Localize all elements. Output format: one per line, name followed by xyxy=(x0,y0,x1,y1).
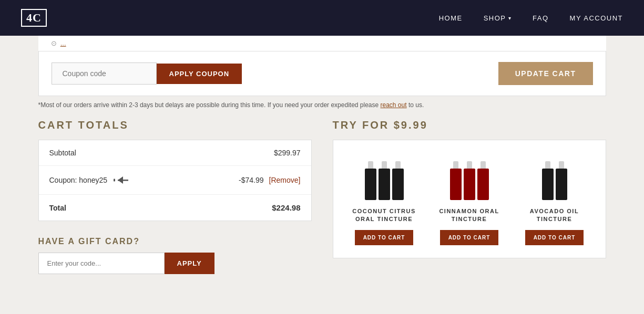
bottle-body xyxy=(392,169,404,200)
add-to-cart-coconut[interactable]: ADD TO CART xyxy=(355,230,414,245)
discount-amount: -$74.99 xyxy=(239,176,263,184)
bottle-body xyxy=(556,169,567,200)
subtotal-value: $299.97 xyxy=(274,149,301,157)
coupon-value-cell: -$74.99 [Remove] xyxy=(239,176,300,184)
nav-home[interactable]: HOME xyxy=(439,14,463,22)
bottle-3 xyxy=(477,161,489,200)
product-name-coconut: COCONUT CITRUS ORAL TINCTURE xyxy=(346,207,423,224)
total-label: Total xyxy=(49,204,272,212)
bottle-2 xyxy=(379,161,390,200)
gift-card-input-row: APPLY xyxy=(38,253,312,274)
update-cart-button[interactable]: UPDATE CART xyxy=(498,62,593,85)
bottle-cap xyxy=(467,161,472,169)
subtotal-label: Subtotal xyxy=(49,149,274,157)
nav-shop[interactable]: SHOP ▾ xyxy=(484,14,512,22)
two-column-layout: CART TOTALS Subtotal $299.97 Coupon: hon… xyxy=(38,119,606,274)
total-row: Total $224.98 xyxy=(39,195,311,221)
product-name-avocado: AVOCADO OIL TINCTURE xyxy=(516,207,593,224)
bottle-body xyxy=(450,169,462,200)
nav-faq[interactable]: FAQ xyxy=(533,14,549,22)
bottle-body xyxy=(464,169,475,200)
cart-totals-table: Subtotal $299.97 Coupon: honey25 xyxy=(38,140,312,221)
nav-links: HOME SHOP ▾ FAQ MY ACCOUNT xyxy=(439,14,623,22)
product-bottles-coconut xyxy=(346,153,423,200)
coupon-input[interactable] xyxy=(52,62,157,85)
add-to-cart-cinnamon[interactable]: ADD TO CART xyxy=(440,230,499,245)
svg-marker-1 xyxy=(118,176,123,184)
bottle-cap xyxy=(368,161,373,169)
coupon-label-cell: Coupon: honey25 xyxy=(49,174,239,186)
try-section-title: TRY FOR $9.99 xyxy=(333,119,606,131)
coupon-name: Coupon: honey25 xyxy=(49,176,108,184)
coupon-discount-row: Coupon: honey25 xyxy=(39,166,311,195)
add-to-cart-avocado[interactable]: ADD TO CART xyxy=(525,230,584,245)
bottle-body xyxy=(365,169,376,200)
cart-totals-title: CART TOTALS xyxy=(38,119,312,131)
svg-rect-2 xyxy=(114,179,115,182)
bottle-cap xyxy=(481,161,486,169)
product-card-avocado: AVOCADO OIL TINCTURE ADD TO CART xyxy=(516,153,593,245)
shipping-notice: *Most of our orders arrive within 2-3 da… xyxy=(38,96,606,119)
chevron-down-icon: ▾ xyxy=(508,15,512,21)
bottle-1 xyxy=(365,161,376,200)
bottle-2 xyxy=(464,161,475,200)
product-card-coconut: COCONUT CITRUS ORAL TINCTURE ADD TO CART xyxy=(346,153,423,245)
bottle-cap xyxy=(453,161,458,169)
right-column: TRY FOR $9.99 xyxy=(333,119,606,258)
coupon-left: APPLY COUPON xyxy=(52,62,242,85)
gift-card-input[interactable] xyxy=(38,253,165,274)
bottle-cap xyxy=(382,161,387,169)
product-bottles-cinnamon xyxy=(431,153,508,200)
bottle-3 xyxy=(392,161,404,200)
scroll-cut-area: ⊙ ... xyxy=(38,36,606,51)
top-link[interactable]: ... xyxy=(60,39,66,47)
bottle-2 xyxy=(556,161,567,200)
apply-coupon-button[interactable]: APPLY COUPON xyxy=(157,64,242,84)
bottle-1 xyxy=(450,161,462,200)
bottle-body xyxy=(542,169,554,200)
total-value: $224.98 xyxy=(272,203,300,212)
products-box: COCONUT CITRUS ORAL TINCTURE ADD TO CART xyxy=(333,140,606,258)
nav-my-account[interactable]: MY ACCOUNT xyxy=(570,14,623,22)
bottle-1 xyxy=(542,161,554,200)
logo[interactable]: 4C xyxy=(21,9,47,27)
gift-card-title: HAVE A GIFT CARD? xyxy=(38,237,312,246)
apply-gift-card-button[interactable]: APPLY xyxy=(165,253,214,274)
reach-out-link[interactable]: reach out xyxy=(381,101,407,109)
remove-coupon-link[interactable]: [Remove] xyxy=(269,176,301,184)
notice-text-before: *Most of our orders arrive within 2-3 da… xyxy=(38,101,381,109)
product-name-cinnamon: CINNAMON ORAL TINCTURE xyxy=(431,207,508,224)
bottle-body xyxy=(379,169,390,200)
navbar: 4C HOME SHOP ▾ FAQ MY ACCOUNT xyxy=(0,0,644,36)
subtotal-row: Subtotal $299.97 xyxy=(39,140,311,166)
product-card-cinnamon: CINNAMON ORAL TINCTURE ADD TO CART xyxy=(431,153,508,245)
product-bottles-avocado xyxy=(516,153,593,200)
bottle-body xyxy=(477,169,489,200)
bottle-cap xyxy=(395,161,401,169)
gift-card-section: HAVE A GIFT CARD? APPLY xyxy=(38,237,312,274)
back-arrow-icon xyxy=(114,174,129,186)
bottle-cap xyxy=(545,161,550,169)
notice-text-after: to us. xyxy=(407,101,424,109)
coupon-section: APPLY COUPON UPDATE CART xyxy=(38,51,606,96)
bottle-cap xyxy=(559,161,564,169)
left-column: CART TOTALS Subtotal $299.97 Coupon: hon… xyxy=(38,119,312,274)
